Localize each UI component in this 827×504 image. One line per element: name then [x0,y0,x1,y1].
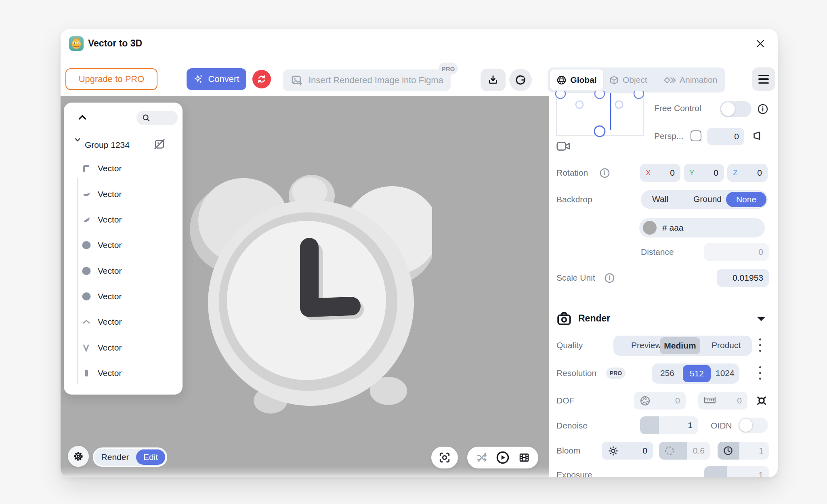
free-control-label: Free Control [654,103,701,113]
rotation-z-input[interactable]: Z 0 [727,164,768,182]
dof-aperture-input[interactable]: 0 [634,392,686,410]
layer-group-label[interactable]: Group 1234 [85,140,130,150]
rotate-g-icon [514,74,527,86]
bloom-threshold-slider[interactable]: 1 [718,442,769,460]
backdrop-ground-option[interactable]: Ground [693,194,722,204]
image-plus-icon [291,74,303,86]
layer-item[interactable]: Vector [82,263,162,279]
denoise-slider[interactable]: 1 [640,416,698,434]
playback-tools [467,447,538,468]
layers-search-input[interactable] [136,111,178,125]
layers-panel: Group 1234 Vector Vector Vector [64,103,183,395]
rotate-view-button[interactable] [509,69,532,91]
backdrop-none-option[interactable]: None [726,192,766,207]
backdrop-color-input[interactable]: # aaa [639,218,765,237]
tab-global[interactable]: Global [550,69,603,90]
render-collapse-chevron-icon[interactable] [756,315,766,323]
oidn-toggle[interactable] [738,418,768,433]
layer-item[interactable]: Vector [82,314,162,330]
play-icon[interactable] [496,451,510,464]
dof-focus-target-icon[interactable] [755,394,768,407]
dof-distance-input[interactable]: 0 [698,392,747,410]
focus-center-button[interactable] [431,447,458,468]
scale-unit-value: 0.01953 [733,273,763,283]
section-divider [549,299,778,299]
free-control-info-icon[interactable] [757,103,768,115]
download-button[interactable] [481,69,506,91]
rotation-z-axis-label: Z [733,168,738,177]
resolution-pro-badge: PRO [606,368,625,379]
resolution-more-menu-icon[interactable] [759,366,761,380]
quality-more-menu-icon[interactable] [759,338,761,352]
layer-item[interactable]: Vector [82,237,162,253]
exposure-slider[interactable]: 1 [704,466,769,477]
backdrop-label: Backdrop [556,195,592,204]
perspective-value: 0 [734,132,739,141]
group-expand-chevron-icon[interactable] [73,135,82,145]
close-icon[interactable] [755,38,766,49]
perspective-plane-icon[interactable] [751,130,762,141]
hamburger-menu-button[interactable] [752,67,775,91]
film-icon[interactable] [518,452,530,464]
resolution-256-option[interactable]: 256 [660,368,674,378]
denoise-label: Denoise [556,421,588,430]
panel-tabs: Global Object Animation [548,67,725,92]
refresh-button[interactable] [252,70,271,88]
layer-item[interactable]: Vector [82,186,162,202]
sparkles-icon [193,74,204,84]
tab-animation-label: Animation [680,75,717,85]
quality-preview-option[interactable]: Preview [631,340,661,350]
shuffle-off-icon[interactable] [476,452,488,464]
collapse-panel-icon[interactable] [77,112,88,123]
rotation-y-axis-label: Y [689,168,695,177]
bloom-label: Bloom [556,446,581,456]
resolution-512-option[interactable]: 512 [683,365,711,382]
layer-item[interactable]: Vector [82,288,162,304]
bloom-intensity-input[interactable]: 0 [602,442,653,460]
distance-label: Distance [641,247,674,257]
rotation-z-value: 0 [757,168,762,178]
distance-input[interactable]: 0 [704,243,769,261]
perspective-checkbox[interactable] [691,130,701,141]
camera-video-icon[interactable] [556,141,570,152]
quality-medium-option[interactable]: Medium [660,337,700,354]
bloom-threshold-value: 1 [759,446,764,456]
resolution-segmented-control: 256 512 1024 [652,363,739,384]
mode-render-option[interactable]: Render [94,449,136,466]
tab-object-label: Object [623,75,647,85]
insert-image-button[interactable]: Insert Rendered Image into Figma [283,69,451,91]
canvas-settings-button[interactable] [68,446,89,467]
rotation-info-icon[interactable] [599,168,610,178]
perspective-input[interactable]: 0 [707,128,744,145]
scale-unit-input[interactable]: 0.01953 [717,269,769,287]
quality-product-option[interactable]: Product [712,340,741,350]
convert-button[interactable]: Convert [187,68,246,90]
mode-toggle: Render Edit [93,447,167,467]
backdrop-wall-option[interactable]: Wall [652,194,668,204]
resolution-1024-option[interactable]: 1024 [716,368,735,378]
scale-unit-info-icon[interactable] [604,273,615,284]
image-hidden-icon[interactable] [153,138,166,150]
exposure-slider-fill [704,466,727,477]
rotation-x-axis-label: X [646,168,651,177]
layer-item[interactable]: Vector [82,365,162,381]
camera-angle-widget[interactable] [555,91,645,139]
alarm-clock-3d-model[interactable] [190,158,432,419]
rotation-x-input[interactable]: X 0 [640,164,680,182]
layer-item[interactable]: Vector [82,212,162,228]
gear-icon [72,450,84,462]
render-camera-icon [556,311,572,326]
dof-label: DOF [556,396,574,405]
layer-item[interactable]: Vector [82,160,162,176]
circle-shape-icon [82,240,91,250]
tab-animation[interactable]: Animation [664,67,717,92]
bloom-radius-slider[interactable]: 0.6 [659,442,710,460]
denoise-value: 1 [688,420,693,430]
layer-item[interactable]: Vector [82,340,162,356]
rotation-y-input[interactable]: Y 0 [684,164,724,182]
hamburger-icon [758,75,769,76]
upgrade-pro-button[interactable]: Upgrade to PRO [65,68,157,90]
mode-edit-option[interactable]: Edit [136,449,165,465]
tab-object[interactable]: Object [609,67,647,92]
free-control-toggle[interactable] [720,101,751,117]
